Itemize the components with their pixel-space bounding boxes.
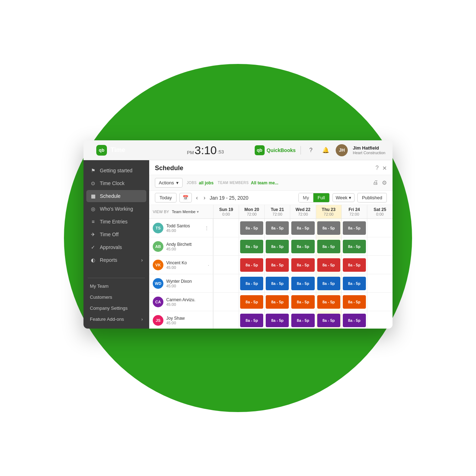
shift-cell-wed[interactable]: 8a - 5p xyxy=(290,256,315,274)
calendar-picker-button[interactable]: 📅 xyxy=(179,193,192,202)
user-avatar[interactable]: JH xyxy=(336,144,348,156)
user-initials: JH xyxy=(339,147,345,153)
shift-cell-fri[interactable]: 8a - 5p xyxy=(341,311,367,329)
shift-cell-tue[interactable]: 8a - 5p xyxy=(264,293,290,311)
print-icon[interactable]: 🖨 xyxy=(373,179,378,186)
shift-cell-wed[interactable]: 8a - 5p xyxy=(290,293,315,311)
view-toggle: My Full xyxy=(298,193,330,202)
topbar: qb Time PM 3:10 :53 qb QuickBooks ? 🔔 JH… xyxy=(83,140,393,160)
shift-cell-sat[interactable] xyxy=(367,293,393,311)
view-my-button[interactable]: My xyxy=(299,193,313,202)
sidebar-item-getting-started[interactable]: ⚑ Getting started xyxy=(86,164,146,177)
shift-cell-sun[interactable] xyxy=(213,237,239,255)
shift-cell-thu[interactable]: 8a - 5p xyxy=(316,311,341,329)
shift-cell-sat[interactable] xyxy=(367,311,393,329)
sidebar-item-customers[interactable]: Customers xyxy=(86,292,146,302)
date-range: Jan 19 - 25, 2020 xyxy=(210,195,248,201)
shift-cell-sun[interactable] xyxy=(213,256,239,274)
sidebar-item-time-clock[interactable]: ⊙ Time Clock xyxy=(86,177,146,189)
shift-cell-sun[interactable] xyxy=(213,219,239,237)
toolbar-icons: 🖨 ⚙ xyxy=(373,179,387,186)
shift-cell-fri[interactable]: 8a - 5p xyxy=(341,219,367,237)
shift-cell-mon[interactable]: 8a - 5p xyxy=(239,274,264,292)
shift-cell-tue[interactable]: 8a - 5p xyxy=(264,237,290,255)
calendar-icon: ▦ xyxy=(90,193,96,199)
shift-cell-thu[interactable]: 8a - 5p xyxy=(316,256,341,274)
sidebar-label: Time Off xyxy=(100,232,119,237)
employee-info: Carmen Arvizu. 45:00 xyxy=(166,297,195,307)
shift-cell-sat[interactable] xyxy=(367,256,393,274)
shift-cell-tue[interactable]: 8a - 5p xyxy=(264,256,290,274)
close-icon[interactable]: ✕ xyxy=(382,165,387,172)
time-pm: PM xyxy=(187,150,194,155)
sidebar-item-reports[interactable]: ◐ Reports › xyxy=(86,254,146,266)
shift-cell-fri[interactable]: 8a - 5p xyxy=(341,256,367,274)
sidebar-item-time-off[interactable]: ✈ Time Off xyxy=(86,228,146,240)
employee-info: Vincent Ko 45:00 xyxy=(166,260,187,270)
sidebar-label: Approvals xyxy=(100,244,122,250)
sidebar: ⚑ Getting started ⊙ Time Clock ▦ Schedul… xyxy=(83,160,149,329)
shift-cell-sun[interactable] xyxy=(213,311,239,329)
shift-cell-sat[interactable] xyxy=(367,274,393,292)
shift-cell-wed[interactable]: 8a - 5p xyxy=(290,311,315,329)
topbar-clock: PM 3:10 :53 xyxy=(156,145,255,156)
shift-cell-sat[interactable] xyxy=(367,219,393,237)
shift-cell-mon[interactable]: 8a - 5p xyxy=(239,293,264,311)
week-selector[interactable]: Week ▾ xyxy=(332,193,355,202)
shift-cell-thu[interactable]: 8a - 5p xyxy=(316,274,341,292)
published-button[interactable]: Published xyxy=(357,193,387,202)
employee-cell: TS Todd Santos 45:00 ⋮ xyxy=(149,219,213,237)
shift-cell-mon[interactable]: 8a - 5p xyxy=(239,237,264,255)
plane-icon: ✈ xyxy=(90,232,96,237)
actions-chevron-icon: ▾ xyxy=(176,180,179,185)
sidebar-item-company-settings[interactable]: Company Settings xyxy=(86,303,146,313)
user-info: Jim Hatfield Heart Construction xyxy=(353,145,385,155)
today-button[interactable]: Today xyxy=(155,193,177,202)
help-icon[interactable]: ? xyxy=(306,145,316,155)
employee-cell: CA Carmen Arvizu. 45:00 xyxy=(149,293,213,311)
sidebar-item-time-entries[interactable]: ≡ Time Entries xyxy=(86,216,146,228)
next-week-button[interactable]: › xyxy=(202,194,207,202)
employee-cell: AB Andy Birchett 45:00 xyxy=(149,237,213,255)
shift-cell-wed[interactable]: 8a - 5p xyxy=(290,274,315,292)
shift-cell-mon[interactable]: 8a - 5p xyxy=(239,311,264,329)
help-circle-icon[interactable]: ? xyxy=(375,165,379,172)
view-full-button[interactable]: Full xyxy=(313,193,329,202)
shift-cell-fri[interactable]: 8a - 5p xyxy=(341,293,367,311)
shift-cell-tue[interactable]: 8a - 5p xyxy=(264,311,290,329)
shift-cell-thu[interactable]: 8a - 5p xyxy=(316,219,341,237)
shift-cell-sun[interactable] xyxy=(213,274,239,292)
shift-cell-mon[interactable]: 8a - 5p xyxy=(239,256,264,274)
more-options-icon[interactable]: · xyxy=(208,262,209,268)
shift-cell-wed[interactable]: 8a - 5p xyxy=(290,237,315,255)
shift-cell-tue[interactable]: 8a - 5p xyxy=(264,219,290,237)
employee-cell: VK Vincent Ko 45:00 · xyxy=(149,256,213,274)
shift-cell-thu[interactable]: 8a - 5p xyxy=(316,293,341,311)
sidebar-item-feature-addons[interactable]: Feature Add-ons › xyxy=(86,314,146,324)
shift-cell-fri[interactable]: 8a - 5p xyxy=(341,237,367,255)
shift-cell-sun[interactable] xyxy=(213,293,239,311)
settings-icon[interactable]: ⚙ xyxy=(382,179,387,186)
shift-cell-fri[interactable]: 8a - 5p xyxy=(341,274,367,292)
shift-cell-thu[interactable]: 8a - 5p xyxy=(316,237,341,255)
sidebar-item-whos-working[interactable]: ◎ Who's Working xyxy=(86,203,146,215)
schedule-panel: Schedule ? ✕ Actions ▾ JOBS all jobs xyxy=(149,160,393,329)
shift-cell-tue[interactable]: 8a - 5p xyxy=(264,274,290,292)
topbar-divider xyxy=(301,146,301,155)
reports-icon: ◐ xyxy=(90,257,96,263)
sidebar-item-my-team[interactable]: My Team xyxy=(86,281,146,291)
sidebar-item-schedule[interactable]: ▦ Schedule xyxy=(86,190,146,202)
prev-week-button[interactable]: ‹ xyxy=(195,194,199,202)
jobs-value[interactable]: all jobs xyxy=(199,180,213,185)
shift-cell-sat[interactable] xyxy=(367,237,393,255)
team-value[interactable]: All team me... xyxy=(251,180,278,185)
sidebar-item-approvals[interactable]: ✓ Approvals xyxy=(86,241,146,253)
actions-button[interactable]: Actions ▾ xyxy=(155,178,183,188)
employee-info: Todd Santos 45:00 xyxy=(166,223,190,233)
more-options-icon[interactable]: ⋮ xyxy=(204,225,209,231)
shift-cell-mon[interactable]: 8a - 5p xyxy=(239,219,264,237)
user-name: Jim Hatfield xyxy=(353,145,385,151)
bell-icon[interactable]: 🔔 xyxy=(321,145,331,155)
shift-cell-wed[interactable]: 8a - 5p xyxy=(290,219,315,237)
viewby-value[interactable]: Team Membe xyxy=(172,210,196,214)
